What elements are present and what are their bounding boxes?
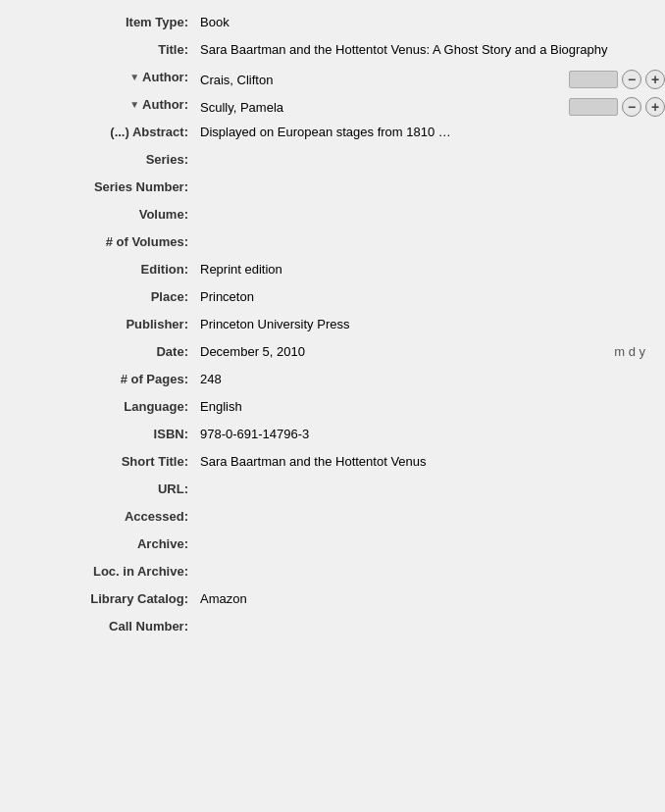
- label-text-author-2: Author:: [142, 97, 188, 112]
- label-date: Date:: [0, 342, 196, 359]
- label-text-loc-in-archive: Loc. in Archive:: [93, 564, 188, 579]
- label-url: URL:: [0, 480, 196, 496]
- value-text-item-type: Book: [200, 15, 230, 29]
- label-text-item-type: Item Type:: [126, 15, 188, 29]
- author-text-box-author-2[interactable]: [569, 98, 618, 116]
- row-series: Series:: [0, 147, 665, 175]
- value-accessed: [196, 507, 665, 509]
- label-text-language: Language:: [124, 399, 188, 414]
- label-series: Series:: [0, 150, 196, 167]
- arrow-icon-author-2[interactable]: ▼: [129, 99, 139, 110]
- label-text-short-title: Short Title:: [122, 454, 188, 469]
- row-abstract: (...) Abstract:Displayed on European sta…: [0, 120, 665, 147]
- row-library-catalog: Library Catalog:Amazon: [0, 586, 665, 614]
- label-isbn: ISBN:: [0, 425, 196, 441]
- label-publisher: Publisher:: [0, 315, 196, 331]
- author-text-box-author-1[interactable]: [569, 71, 618, 88]
- value-isbn: 978-0-691-14796-3: [196, 425, 665, 441]
- label-short-title: Short Title:: [0, 452, 196, 469]
- value-text-language: English: [200, 399, 242, 414]
- row-url: URL:: [0, 477, 665, 504]
- label-author-2: ▼Author:: [0, 95, 196, 112]
- row-edition: Edition:Reprint edition: [0, 257, 665, 284]
- label-text-volume: Volume:: [139, 207, 188, 222]
- value-edition: Reprint edition: [196, 260, 665, 277]
- value-item-type: Book: [196, 13, 665, 29]
- row-place: Place:Princeton: [0, 284, 665, 312]
- value-volume: [196, 205, 665, 207]
- label-text-date: Date:: [156, 344, 188, 359]
- date-format-label[interactable]: m d y: [614, 344, 665, 359]
- remove-author-button-author-1[interactable]: −: [622, 70, 641, 89]
- label-author-1: ▼Author:: [0, 68, 196, 84]
- label-text-author-1: Author:: [142, 70, 188, 84]
- row-volume: Volume:: [0, 202, 665, 229]
- date-wrapper: December 5, 2010m d y: [200, 344, 665, 359]
- value-text-short-title: Sara Baartman and the Hottentot Venus: [200, 454, 427, 469]
- row-date: Date:December 5, 2010m d y: [0, 339, 665, 367]
- add-author-button-author-2[interactable]: +: [645, 97, 665, 117]
- value-short-title: Sara Baartman and the Hottentot Venus: [196, 452, 665, 469]
- value-text-place: Princeton: [200, 289, 254, 304]
- label-abstract: (...) Abstract:: [0, 123, 196, 139]
- label-series-number: Series Number:: [0, 178, 196, 194]
- label-num-volumes: # of Volumes:: [0, 232, 196, 249]
- add-author-button-author-1[interactable]: +: [645, 70, 665, 89]
- value-text-author-1: Crais, Clifton: [200, 73, 273, 87]
- label-loc-in-archive: Loc. in Archive:: [0, 562, 196, 579]
- value-abstract: Displayed on European stages from 1810 …: [196, 123, 665, 139]
- value-series-number: [196, 178, 665, 179]
- row-publisher: Publisher:Princeton University Press: [0, 312, 665, 339]
- author-controls-author-1: −+: [569, 70, 665, 89]
- date-value: December 5, 2010: [200, 344, 614, 359]
- value-url: [196, 480, 665, 482]
- label-text-accessed: Accessed:: [125, 509, 188, 524]
- value-publisher: Princeton University Press: [196, 315, 665, 331]
- value-date: December 5, 2010m d y: [196, 342, 665, 359]
- label-item-type: Item Type:: [0, 13, 196, 29]
- value-loc-in-archive: [196, 562, 665, 564]
- value-archive: [196, 534, 665, 536]
- value-language: English: [196, 397, 665, 414]
- value-text-isbn: 978-0-691-14796-3: [200, 427, 309, 441]
- row-accessed: Accessed:: [0, 504, 665, 532]
- label-archive: Archive:: [0, 534, 196, 551]
- label-edition: Edition:: [0, 260, 196, 277]
- row-short-title: Short Title:Sara Baartman and the Hotten…: [0, 449, 665, 477]
- label-title: Title:: [0, 40, 196, 57]
- value-call-number: [196, 617, 665, 619]
- row-archive: Archive:: [0, 532, 665, 559]
- label-accessed: Accessed:: [0, 507, 196, 524]
- row-call-number: Call Number:: [0, 614, 665, 641]
- row-num-volumes: # of Volumes:: [0, 229, 665, 257]
- label-text-title: Title:: [158, 42, 188, 57]
- value-text-abstract: Displayed on European stages from 1810 …: [200, 125, 451, 139]
- row-isbn: ISBN:978-0-691-14796-3: [0, 422, 665, 449]
- label-volume: Volume:: [0, 205, 196, 222]
- value-text-title: Sara Baartman and the Hottentot Venus: A…: [200, 42, 608, 57]
- metadata-form: Item Type:BookTitle:Sara Baartman and th…: [0, 0, 665, 651]
- value-title: Sara Baartman and the Hottentot Venus: A…: [196, 40, 665, 57]
- value-text-author-2: Scully, Pamela: [200, 100, 283, 115]
- value-series: [196, 150, 665, 152]
- label-text-publisher: Publisher:: [126, 317, 188, 331]
- arrow-icon-author-1[interactable]: ▼: [129, 72, 139, 82]
- label-text-call-number: Call Number:: [109, 619, 188, 634]
- label-text-num-volumes: # of Volumes:: [106, 234, 188, 249]
- row-loc-in-archive: Loc. in Archive:: [0, 559, 665, 586]
- label-text-url: URL:: [158, 482, 188, 496]
- row-series-number: Series Number:: [0, 175, 665, 202]
- value-num-volumes: [196, 232, 665, 234]
- row-author-1: ▼Author:Crais, Clifton−+: [0, 65, 665, 92]
- value-text-library-catalog: Amazon: [200, 591, 247, 606]
- label-library-catalog: Library Catalog:: [0, 589, 196, 606]
- remove-author-button-author-2[interactable]: −: [622, 97, 641, 117]
- label-text-abstract: (...) Abstract:: [110, 125, 188, 139]
- label-text-series-number: Series Number:: [94, 179, 188, 194]
- value-text-publisher: Princeton University Press: [200, 317, 349, 331]
- label-text-library-catalog: Library Catalog:: [90, 591, 188, 606]
- label-text-isbn: ISBN:: [154, 427, 188, 441]
- value-text-num-pages: 248: [200, 372, 222, 386]
- label-text-archive: Archive:: [137, 536, 188, 551]
- label-text-series: Series:: [146, 152, 188, 167]
